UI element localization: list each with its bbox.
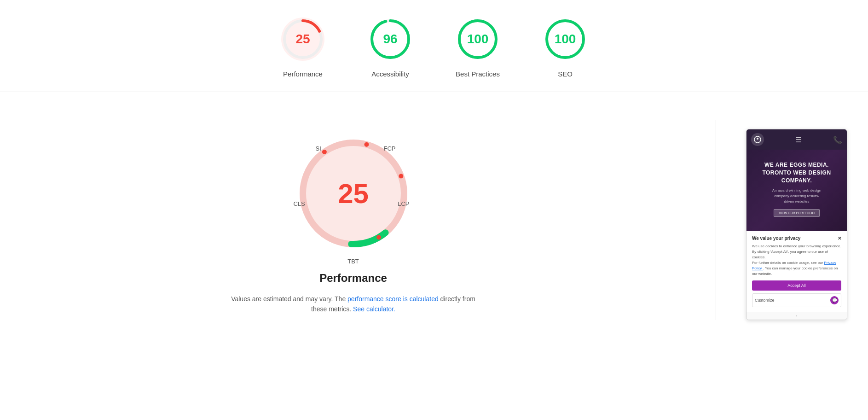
score-label-accessibility: Accessibility — [371, 70, 409, 78]
gauge-label-tbt: TBT — [347, 258, 359, 265]
score-label-best-practices: Best Practices — [456, 70, 500, 78]
gauge-chart: SI FCP LCP TBT CLS 25 — [280, 120, 427, 267]
hero-subtitle: An award-winning web designcompany deliv… — [772, 188, 821, 204]
hamburger-icon: ☰ — [795, 135, 802, 144]
section-divider — [0, 92, 868, 92]
performance-title: Performance — [319, 272, 387, 285]
gauge-label-fcp: FCP — [384, 145, 396, 152]
cookie-text: We use cookies to enhance your browsing … — [752, 244, 841, 277]
svg-point-16 — [757, 138, 758, 140]
calculator-link[interactable]: See calculator. — [353, 305, 395, 313]
gauge-label-lcp: LCP — [398, 200, 409, 207]
performance-score-link[interactable]: performance score is calculated — [347, 295, 440, 303]
hero-cta-button[interactable]: VIEW OUR PORTFOLIO — [774, 209, 820, 217]
browser-mockup: ☰ 📞 WE ARE EGGS MEDIA.TORONTO WEB DESIGN… — [746, 129, 847, 320]
score-value-seo: 100 — [555, 32, 576, 47]
score-circle-best-practices: 100 — [452, 14, 503, 64]
vertical-divider — [716, 120, 716, 320]
main-content: SI FCP LCP TBT CLS 25 Performance Values… — [0, 111, 868, 338]
accept-all-button[interactable]: Accept All — [752, 280, 841, 291]
footer-prefix: Values are estimated and may vary. The — [231, 295, 346, 303]
cookie-header: We value your privacy ✕ — [752, 236, 841, 241]
browser-header: ☰ 📞 — [746, 129, 847, 150]
score-item-seo: 100 SEO — [540, 14, 590, 78]
score-item-accessibility: 96 Accessibility — [365, 14, 416, 78]
gauge-center-value: 25 — [338, 178, 369, 210]
score-circle-seo: 100 — [540, 14, 590, 64]
phone-icon: 📞 — [833, 135, 842, 144]
top-scores-section: 25 Performance 96 Accessibility 100 Best… — [0, 0, 868, 92]
score-item-performance: 25 Performance — [278, 14, 328, 78]
cookie-title: We value your privacy — [752, 236, 800, 241]
browser-logo — [751, 133, 764, 146]
chat-icon: 💬 — [830, 296, 839, 304]
cookie-close-button[interactable]: ✕ — [838, 236, 841, 241]
score-circle-accessibility: 96 — [365, 14, 416, 64]
cookie-popup: We value your privacy ✕ We use cookies t… — [746, 231, 847, 312]
browser-footer: • — [746, 312, 847, 320]
score-value-best-practices: 100 — [467, 32, 489, 47]
gauge-label-cls: CLS — [294, 200, 305, 207]
footer-text: Values are estimated and may vary. The p… — [227, 294, 480, 315]
score-item-best-practices: 100 Best Practices — [452, 14, 503, 78]
browser-hero: WE ARE EGGS MEDIA.TORONTO WEB DESIGNCOMP… — [746, 150, 847, 231]
score-value-accessibility: 96 — [383, 32, 397, 47]
score-circle-performance: 25 — [278, 14, 328, 64]
hero-title: WE ARE EGGS MEDIA.TORONTO WEB DESIGNCOMP… — [762, 161, 831, 184]
left-panel: SI FCP LCP TBT CLS 25 Performance Values… — [18, 120, 688, 320]
right-panel: ☰ 📞 WE ARE EGGS MEDIA.TORONTO WEB DESIGN… — [744, 120, 850, 320]
gauge-label-si: SI — [316, 145, 321, 152]
score-value-performance: 25 — [295, 32, 310, 47]
score-label-seo: SEO — [558, 70, 573, 78]
score-label-performance: Performance — [283, 70, 323, 78]
customize-button[interactable]: Customize 💬 — [752, 293, 841, 307]
